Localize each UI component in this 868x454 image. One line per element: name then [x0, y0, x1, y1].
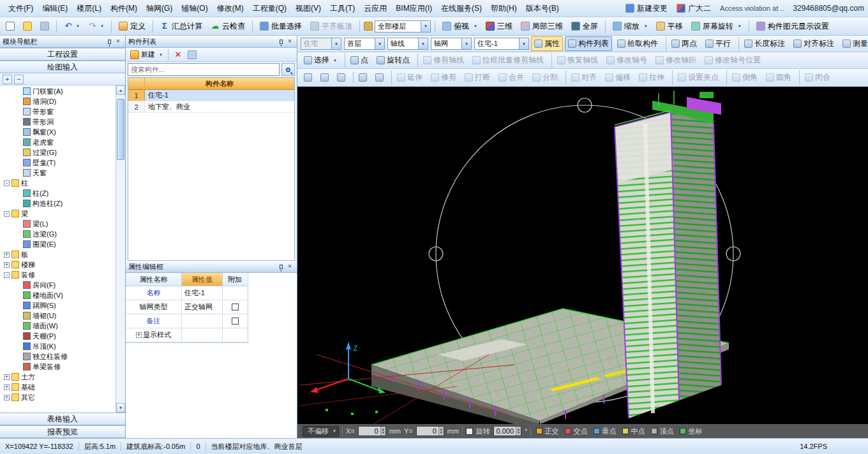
cloud-check-button[interactable]: ☁ 云检查 [207, 19, 248, 34]
modify-tool-button[interactable] [372, 71, 387, 84]
menu-item[interactable]: 云应用 [359, 1, 391, 16]
modify-tool-button[interactable] [353, 71, 370, 84]
element-display-settings-button[interactable]: 构件图元显示设置 [753, 19, 832, 34]
axis-tool-button[interactable]: 恢复轴线 [551, 53, 601, 68]
tree-item[interactable]: 圈梁(E) [0, 239, 116, 249]
context-tool-button[interactable]: 对齐标注 [790, 36, 837, 51]
tree-item[interactable]: 墙裙(U) [0, 311, 116, 321]
new-component-button[interactable]: 新建 [128, 49, 165, 60]
chevron-down-icon[interactable]: ▼ [331, 38, 341, 49]
chevron-down-icon[interactable]: ▼ [375, 38, 384, 49]
tree-twisty[interactable]: + [4, 395, 10, 400]
3d-viewport-canvas[interactable]: Z [297, 87, 868, 424]
fullscreen-button[interactable]: 全屏 [568, 19, 601, 34]
tree-item[interactable]: 带形洞 [0, 117, 116, 127]
tree-item[interactable]: 梁(L) [0, 219, 116, 229]
section-project-settings[interactable]: 工程设置 [0, 48, 125, 61]
chevron-down-icon[interactable]: ▼ [461, 38, 471, 49]
expander-icon[interactable]: + [136, 332, 142, 338]
menu-item[interactable]: 视图(V) [291, 1, 326, 16]
3d-viewport[interactable]: Z [297, 87, 868, 424]
search-button[interactable] [281, 63, 295, 76]
property-value[interactable]: 住宅-1 [182, 286, 223, 300]
menu-item[interactable]: 辅轴(O) [177, 1, 212, 16]
redo-button[interactable]: ↷▼ [85, 20, 107, 33]
tree-item[interactable]: + 楼梯 [0, 260, 116, 270]
tree-item[interactable]: - 柱 [0, 178, 116, 188]
chevron-down-icon[interactable]: ▼ [421, 21, 430, 32]
component-row[interactable]: 1 住宅-1 [128, 90, 294, 101]
tree-item[interactable]: 墙洞(D) [0, 96, 116, 106]
menu-item[interactable]: 版本号(B) [521, 1, 564, 16]
menu-item[interactable]: BIM应用(I) [391, 1, 437, 16]
modify-tool-button[interactable]: 合并 [495, 70, 527, 85]
scroll-down-icon[interactable]: ▼ [116, 403, 125, 413]
modify-tool-button[interactable]: 倒角 [726, 70, 761, 85]
menu-item[interactable]: 修改(M) [213, 1, 248, 16]
expand-all-icon[interactable]: + [3, 75, 12, 84]
menu-item[interactable]: 文件(F) [4, 1, 38, 16]
tree-item[interactable]: 构造柱(Z) [0, 198, 116, 209]
tree-item[interactable]: 吊顶(K) [0, 341, 116, 351]
rotate-checkbox[interactable] [466, 428, 473, 435]
menu-item[interactable]: 构件(M) [106, 1, 142, 16]
axis-tool-button[interactable]: 修改轴号 [603, 53, 650, 68]
modify-tool-button[interactable]: 圆角 [763, 70, 795, 85]
tree-item[interactable]: 房间(F) [0, 280, 116, 290]
modify-tool-button[interactable]: 设置夹点 [672, 70, 722, 85]
menu-item[interactable]: 在线服务(S) [437, 1, 486, 16]
modify-tool-button[interactable]: 对齐 [565, 70, 600, 85]
close-icon[interactable]: × [285, 263, 294, 271]
context-combo[interactable]: 住宅 ▼ [301, 38, 341, 50]
context-tool-button[interactable]: 拾取构件 [614, 36, 661, 51]
component-row-name[interactable]: 地下室、商业 [145, 101, 294, 112]
component-row-name[interactable]: 住宅-1 [145, 90, 294, 101]
tree-item[interactable]: 壁龛(T) [0, 157, 116, 168]
section-drawing-input[interactable]: 绘图输入 [0, 61, 125, 73]
modify-tool-button[interactable]: 偏移 [602, 70, 634, 85]
tree-item[interactable]: 门联窗(A) [0, 86, 116, 96]
property-value[interactable] [182, 328, 223, 342]
attach-checkbox[interactable] [232, 304, 239, 311]
context-tool-button[interactable]: 两点 [666, 36, 700, 51]
undo-button[interactable]: ↶▼ [61, 20, 83, 33]
modify-tool-button[interactable] [317, 71, 332, 84]
tree-item[interactable]: 墙面(W) [0, 321, 116, 331]
pin-icon[interactable] [276, 263, 285, 271]
tree-twisty[interactable]: + [4, 252, 10, 258]
new-change-button[interactable]: 新建变更 [625, 3, 668, 14]
context-tool-button[interactable]: 构件列表 [565, 36, 612, 51]
snap-toggle[interactable]: 交点 [563, 426, 589, 437]
menu-item[interactable]: 楼层(L) [72, 1, 106, 16]
screen-rotate-button[interactable]: 屏幕旋转 [688, 19, 745, 34]
collapse-all-icon[interactable]: − [14, 75, 24, 84]
align-slab-top-button[interactable]: 平齐板顶 [307, 19, 355, 34]
tree-item[interactable]: 连梁(G) [0, 229, 116, 239]
menu-item[interactable]: 轴网(G) [142, 1, 177, 16]
partial-3d-button[interactable]: 局部三维 [518, 19, 566, 34]
tree-item[interactable]: + 土方 [0, 372, 116, 382]
modify-tool-button[interactable]: 分割 [529, 70, 561, 85]
tree-item[interactable]: 柱(Z) [0, 188, 116, 198]
section-table-input[interactable]: 表格输入 [0, 413, 125, 425]
chevron-down-icon[interactable]: ▼ [519, 38, 528, 49]
modify-tool-button[interactable]: 闭合 [799, 70, 834, 85]
rotate-angle-stepper[interactable]: 0.000 ▲▼ [493, 426, 521, 436]
delete-component-button[interactable]: ✕ [172, 50, 184, 60]
property-value[interactable]: 正交轴网 [182, 300, 223, 314]
modify-tool-button[interactable]: 修剪 [428, 70, 460, 85]
axis-tool-button[interactable]: 修剪轴线 [417, 53, 467, 68]
tree-item[interactable]: + 其它 [0, 392, 116, 402]
tree-twisty[interactable]: - [4, 211, 10, 217]
context-tool-button[interactable]: 测量距离 [839, 36, 868, 51]
axis-tool-button[interactable]: 修改轴号位置 [701, 53, 764, 68]
snap-toggle[interactable]: 中点 [620, 426, 647, 437]
tree-item[interactable]: 独立柱装修 [0, 351, 116, 362]
define-button[interactable]: 定义 [116, 19, 149, 34]
modify-tool-button[interactable] [334, 71, 348, 84]
tree-item[interactable]: 单梁装修 [0, 362, 116, 372]
axis-tool-button[interactable]: 旋转点 [373, 53, 413, 68]
tree-item[interactable]: 踢脚(S) [0, 300, 116, 311]
menu-item[interactable]: 工程量(Q) [248, 1, 291, 16]
section-report-preview[interactable]: 报表预览 [0, 425, 125, 438]
